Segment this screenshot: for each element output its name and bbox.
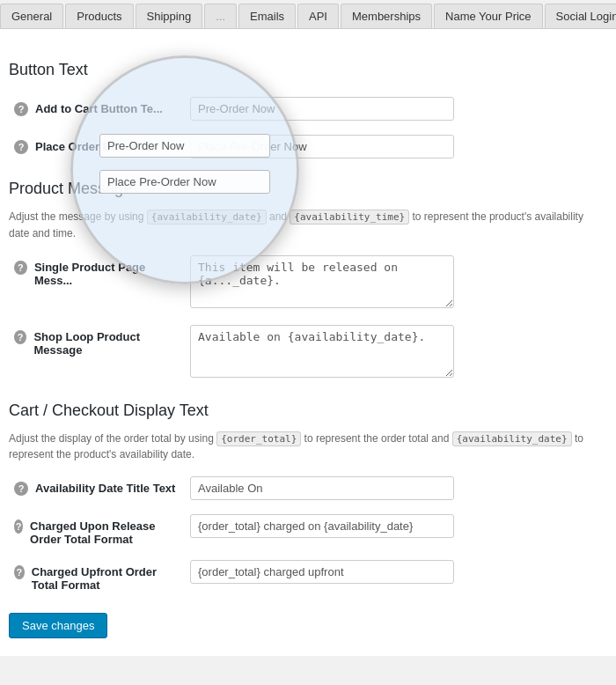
button-text-title: Button Text bbox=[9, 61, 598, 79]
availability-date-label: Availability Date Title Text bbox=[35, 482, 175, 495]
product-message-desc: Adjust the message by using {availabilit… bbox=[9, 209, 598, 241]
add-to-cart-input[interactable] bbox=[190, 97, 454, 121]
single-product-help-icon[interactable]: ? bbox=[14, 261, 27, 275]
tab-shipping[interactable]: Shipping bbox=[136, 4, 203, 28]
shop-loop-help-icon[interactable]: ? bbox=[14, 330, 26, 344]
charged-upfront-label: Charged Upfront Order Total Format bbox=[32, 565, 176, 592]
charged-upfront-input[interactable] bbox=[190, 560, 454, 584]
button-text-table: ? Add to Cart Button Te... ? Place Order… bbox=[9, 90, 598, 166]
charged-release-help-icon[interactable]: ? bbox=[14, 519, 23, 534]
availability-date-tag: {availability_date} bbox=[147, 210, 267, 225]
main-content: Button Text ? Add to Cart Button Te... ?… bbox=[0, 29, 616, 656]
availability-date-help-icon[interactable]: ? bbox=[14, 482, 28, 496]
availability-time-tag: {availability_time} bbox=[290, 210, 409, 225]
place-order-row: ? Place Order Button... bbox=[9, 128, 598, 166]
shop-loop-row: ? Shop Loop Product Message Available on… bbox=[9, 318, 598, 387]
tab-social-login[interactable]: Social Login bbox=[545, 4, 616, 28]
add-to-cart-row: ? Add to Cart Button Te... bbox=[9, 90, 598, 128]
single-product-textarea[interactable]: This item will be released on {a..._date… bbox=[190, 255, 454, 308]
charged-release-row: ? Charged Upon Release Order Total Forma… bbox=[9, 507, 598, 553]
add-to-cart-label: Add to Cart Button Te... bbox=[35, 102, 163, 115]
tabs-bar: General Products Shipping ... Emails API… bbox=[0, 0, 616, 29]
cart-checkout-table: ? Availability Date Title Text ? Charged… bbox=[9, 469, 598, 599]
tab-general[interactable]: General bbox=[0, 4, 63, 28]
single-product-row: ? Single Product Page Mess... This item … bbox=[9, 248, 598, 318]
order-total-tag: {order_total} bbox=[216, 431, 301, 446]
shop-loop-textarea[interactable]: Available on {availability_date}. bbox=[190, 325, 454, 378]
tab-memberships[interactable]: Memberships bbox=[341, 4, 432, 28]
charged-upfront-help-icon[interactable]: ? bbox=[14, 565, 25, 579]
place-order-label: Place Order Button... bbox=[35, 140, 149, 153]
tab-dots[interactable]: ... bbox=[204, 4, 237, 28]
product-message-table: ? Single Product Page Mess... This item … bbox=[9, 248, 598, 387]
availability-date-row: ? Availability Date Title Text bbox=[9, 469, 598, 507]
add-to-cart-help-icon[interactable]: ? bbox=[14, 102, 28, 116]
charged-release-input[interactable] bbox=[190, 514, 454, 538]
charged-upfront-row: ? Charged Upfront Order Total Format bbox=[9, 553, 598, 599]
shop-loop-label: Shop Loop Product Message bbox=[33, 330, 176, 357]
tab-products[interactable]: Products bbox=[65, 4, 133, 28]
avail-date-tag2: {availability_date} bbox=[452, 431, 572, 446]
single-product-label: Single Product Page Mess... bbox=[34, 261, 176, 287]
product-message-title: Product Message bbox=[9, 180, 598, 198]
save-changes-button[interactable]: Save changes bbox=[9, 613, 107, 638]
tab-api[interactable]: API bbox=[297, 4, 339, 28]
tab-emails[interactable]: Emails bbox=[238, 4, 296, 28]
place-order-input[interactable] bbox=[190, 135, 454, 158]
charged-release-label: Charged Upon Release Order Total Format bbox=[30, 519, 176, 546]
availability-date-input[interactable] bbox=[190, 476, 454, 500]
tab-name-your-price[interactable]: Name Your Price bbox=[434, 4, 543, 28]
cart-checkout-desc: Adjust the display of the order total by… bbox=[9, 431, 598, 463]
cart-checkout-title: Cart / Checkout Display Text bbox=[9, 401, 598, 420]
place-order-help-icon[interactable]: ? bbox=[14, 140, 28, 154]
